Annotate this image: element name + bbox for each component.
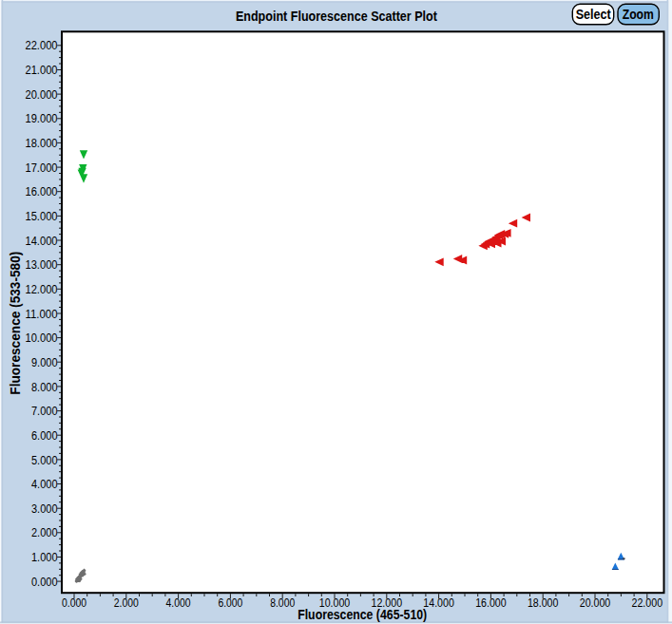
svg-text:13.000: 13.000: [26, 257, 58, 272]
svg-text:8.000: 8.000: [31, 380, 58, 394]
svg-text:4.000: 4.000: [31, 477, 58, 491]
svg-text:7.000: 7.000: [31, 404, 58, 418]
svg-text:16.000: 16.000: [475, 596, 507, 610]
svg-text:6.000: 6.000: [31, 428, 58, 443]
svg-text:1.000: 1.000: [31, 550, 58, 564]
svg-text:Fluorescence (533-580): Fluorescence (533-580): [8, 252, 23, 395]
svg-text:8.000: 8.000: [270, 596, 295, 610]
svg-text:21.000: 21.000: [26, 63, 58, 77]
svg-text:0.000: 0.000: [62, 596, 86, 610]
svg-text:Endpoint Fluorescence Scatter: Endpoint Fluorescence Scatter Plot: [236, 9, 437, 24]
svg-text:22.000: 22.000: [26, 38, 58, 52]
svg-text:6.000: 6.000: [218, 596, 242, 610]
svg-text:20.000: 20.000: [580, 596, 611, 610]
svg-text:2.000: 2.000: [31, 525, 58, 539]
svg-text:2.000: 2.000: [114, 596, 139, 610]
svg-text:18.000: 18.000: [26, 136, 58, 150]
svg-text:20.000: 20.000: [26, 87, 58, 102]
svg-text:12.000: 12.000: [26, 282, 58, 296]
svg-text:18.000: 18.000: [528, 596, 559, 610]
svg-text:Select: Select: [576, 7, 611, 22]
svg-text:5.000: 5.000: [31, 453, 58, 467]
svg-text:19.000: 19.000: [26, 111, 58, 125]
svg-text:10.000: 10.000: [26, 331, 58, 345]
svg-text:4.000: 4.000: [166, 596, 191, 610]
svg-text:3.000: 3.000: [31, 501, 58, 516]
svg-text:15.000: 15.000: [26, 209, 58, 223]
svg-text:16.000: 16.000: [26, 184, 58, 199]
svg-text:22.000: 22.000: [632, 596, 663, 610]
svg-text:0.000: 0.000: [31, 575, 58, 589]
svg-text:17.000: 17.000: [26, 161, 58, 175]
svg-text:14.000: 14.000: [423, 596, 454, 610]
svg-text:Zoom: Zoom: [623, 7, 654, 22]
svg-text:11.000: 11.000: [26, 307, 58, 321]
svg-text:9.000: 9.000: [31, 355, 58, 369]
svg-text:Fluorescence (465-510): Fluorescence (465-510): [298, 607, 427, 622]
svg-text:14.000: 14.000: [26, 234, 58, 248]
